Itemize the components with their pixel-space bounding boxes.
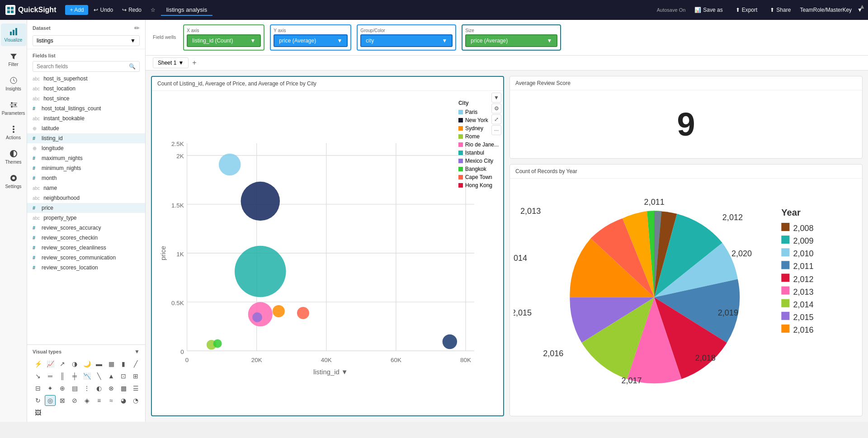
visual-type-icon-6[interactable]: ▦ bbox=[106, 358, 117, 369]
svg-rect-1 bbox=[11, 7, 14, 9]
field-name: month bbox=[42, 175, 57, 181]
sheet-tab[interactable]: Sheet 1 ▼ bbox=[153, 57, 189, 68]
add-button[interactable]: + Add bbox=[65, 5, 88, 15]
field-item-host_total_listings_count[interactable]: #host_total_listings_count bbox=[27, 104, 145, 113]
visual-types-chevron-icon[interactable]: ▼ bbox=[134, 349, 140, 355]
visual-type-icon-17[interactable]: ⊞ bbox=[130, 371, 141, 381]
chart-settings-btn[interactable]: ⚙ bbox=[491, 104, 501, 113]
field-item-host_since[interactable]: abchost_since bbox=[27, 94, 145, 104]
visual-type-icon-24[interactable]: ⊗ bbox=[106, 383, 117, 394]
add-sheet-icon[interactable]: + bbox=[192, 59, 196, 67]
visual-type-icon-25[interactable]: ▩ bbox=[118, 383, 129, 394]
field-item-name[interactable]: abcname bbox=[27, 183, 145, 193]
sidebar-item-insights[interactable]: Insights bbox=[1, 72, 26, 95]
redo-button[interactable]: ↪ Redo bbox=[118, 5, 145, 15]
visual-type-icon-34[interactable]: ◕ bbox=[118, 395, 129, 406]
main-layout: Visualize Filter Insights Parameters Act… bbox=[0, 20, 868, 422]
visual-type-icon-12[interactable]: ╪ bbox=[69, 371, 80, 381]
field-item-review_scores_communication[interactable]: #review_scores_communication bbox=[27, 253, 145, 263]
save-as-button[interactable]: 📊 Save as bbox=[691, 5, 726, 15]
visual-type-icon-29[interactable]: ⊠ bbox=[57, 395, 68, 406]
undo-label: Undo bbox=[100, 7, 113, 13]
visual-type-icon-9[interactable]: ↘ bbox=[33, 371, 43, 381]
field-item-month[interactable]: #month bbox=[27, 173, 145, 183]
visual-type-icon-20[interactable]: ⊕ bbox=[57, 383, 68, 394]
visual-type-icon-21[interactable]: ▤ bbox=[69, 383, 80, 394]
export-button[interactable]: ⬆ Export bbox=[732, 5, 761, 15]
field-wells-label: Field wells bbox=[153, 24, 176, 40]
field-item-neighbourhood[interactable]: abcneighbourhood bbox=[27, 193, 145, 203]
sidebar-item-themes[interactable]: Themes bbox=[1, 146, 26, 168]
visual-type-icon-28[interactable]: ◎ bbox=[45, 395, 56, 406]
field-item-host_location[interactable]: abchost_location bbox=[27, 84, 145, 94]
sidebar-item-parameters[interactable]: Parameters bbox=[1, 97, 26, 119]
visual-type-icon-2[interactable]: ↗ bbox=[57, 358, 68, 369]
dataset-edit-icon[interactable]: ✏ bbox=[134, 24, 140, 32]
visual-type-icon-32[interactable]: ≡ bbox=[94, 395, 104, 406]
visual-type-icon-18[interactable]: ⊟ bbox=[33, 383, 43, 394]
visual-type-icon-31[interactable]: ◈ bbox=[81, 395, 92, 406]
visual-type-icon-4[interactable]: 🌙 bbox=[81, 358, 92, 369]
field-item-longitude[interactable]: ⊕longitude bbox=[27, 143, 145, 153]
field-item-listing_id[interactable]: #listing_id bbox=[27, 133, 145, 143]
chart-more-btn[interactable]: ··· bbox=[491, 125, 501, 135]
sidebar-item-insights-label: Insights bbox=[5, 86, 21, 91]
y-axis-value[interactable]: price (Average) ▼ bbox=[274, 34, 348, 47]
geo-icon: ⊕ bbox=[33, 126, 38, 132]
field-item-review_scores_accuracy[interactable]: #review_scores_accuracy bbox=[27, 223, 145, 233]
sidebar-item-settings[interactable]: Settings bbox=[1, 170, 26, 193]
field-item-review_scores_location[interactable]: #review_scores_location bbox=[27, 263, 145, 273]
field-item-review_scores_checkin[interactable]: #review_scores_checkin bbox=[27, 233, 145, 243]
visual-type-icon-30[interactable]: ⊘ bbox=[69, 395, 80, 406]
sidebar-item-filter[interactable]: Filter bbox=[1, 48, 26, 71]
sidebar-item-actions[interactable]: Actions bbox=[1, 121, 26, 144]
visual-type-icon-5[interactable]: ▬ bbox=[94, 358, 104, 369]
group-color-value[interactable]: city ▼ bbox=[360, 34, 453, 47]
visual-type-icon-22[interactable]: ⋮ bbox=[81, 383, 92, 394]
sidebar-item-visualize[interactable]: Visualize bbox=[1, 24, 26, 46]
visual-type-icon-27[interactable]: ↻ bbox=[33, 395, 43, 406]
visual-type-icon-26[interactable]: ☰ bbox=[130, 383, 141, 394]
chart-expand-btn[interactable]: ⤢ bbox=[491, 114, 501, 124]
visual-type-icon-14[interactable]: ╲ bbox=[94, 371, 104, 381]
svg-point-41 bbox=[241, 182, 280, 221]
visual-type-icon-35[interactable]: ◔ bbox=[130, 395, 141, 406]
star-button[interactable]: ☆ bbox=[147, 5, 159, 15]
svg-text:2,016: 2,016 bbox=[543, 349, 563, 358]
visual-type-icon-16[interactable]: ⊡ bbox=[118, 371, 129, 381]
field-item-instant_bookable[interactable]: abcinstant_bookable bbox=[27, 113, 145, 123]
svg-text:listing_id ▼: listing_id ▼ bbox=[313, 368, 348, 376]
main-content: Field wells X axis listing_id (Count) ▼ … bbox=[146, 20, 868, 422]
visual-type-icon-11[interactable]: ║ bbox=[57, 371, 68, 381]
undo-button[interactable]: ↩ Undo bbox=[90, 5, 117, 15]
field-item-price[interactable]: #price bbox=[27, 203, 145, 213]
dataset-chevron-icon: ▼ bbox=[130, 38, 136, 44]
search-fields-input[interactable] bbox=[37, 63, 126, 70]
field-item-minimum_nights[interactable]: #minimum_nights bbox=[27, 163, 145, 173]
size-value[interactable]: price (Average) ▼ bbox=[465, 34, 557, 47]
visual-type-icon-10[interactable]: ═ bbox=[45, 371, 56, 381]
visual-type-icon-13[interactable]: 📉 bbox=[81, 371, 92, 381]
visual-type-icon-0[interactable]: ⚡ bbox=[33, 358, 43, 369]
field-item-host_is_superhost[interactable]: abchost_is_superhost bbox=[27, 74, 145, 84]
size-text: price (Average) bbox=[471, 38, 508, 44]
share-button[interactable]: ⬆ Share bbox=[766, 5, 794, 15]
visual-type-icon-3[interactable]: ◑ bbox=[69, 358, 80, 369]
chart-collapse-btn[interactable]: ▼ bbox=[491, 93, 501, 103]
visual-type-icon-36[interactable]: 🖼 bbox=[33, 407, 43, 418]
dataset-select[interactable]: listings ▼ bbox=[33, 35, 140, 46]
visual-type-icon-7[interactable]: ▮ bbox=[118, 358, 129, 369]
visual-type-icon-8[interactable]: ╱ bbox=[130, 358, 141, 369]
x-axis-value[interactable]: listing_id (Count) ▼ bbox=[187, 34, 261, 47]
field-item-maximum_nights[interactable]: #maximum_nights bbox=[27, 153, 145, 163]
field-item-review_scores_cleanliness[interactable]: #review_scores_cleanliness bbox=[27, 243, 145, 253]
field-item-property_type[interactable]: abcproperty_type bbox=[27, 213, 145, 223]
svg-text:2,015: 2,015 bbox=[514, 308, 532, 317]
visual-type-icon-1[interactable]: 📈 bbox=[45, 358, 56, 369]
visual-type-icon-19[interactable]: ✦ bbox=[45, 383, 56, 394]
visual-type-icon-23[interactable]: ◐ bbox=[94, 383, 104, 394]
field-item-latitude[interactable]: ⊕latitude bbox=[27, 123, 145, 133]
hash-icon: # bbox=[33, 106, 38, 111]
visual-type-icon-15[interactable]: ▲ bbox=[106, 371, 117, 381]
visual-type-icon-33[interactable]: ≈ bbox=[106, 395, 117, 406]
